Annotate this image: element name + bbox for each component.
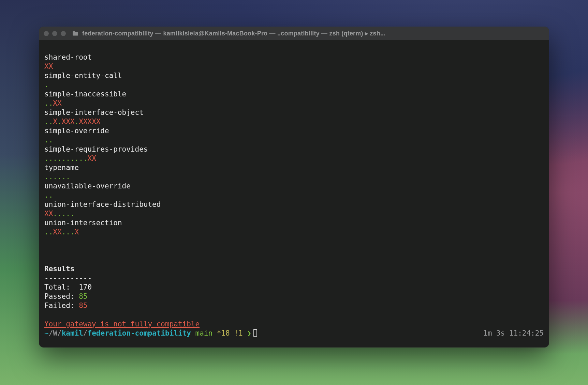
- test-marks: ..X.XXX.XXXXX: [44, 117, 544, 126]
- prompt-sep: /: [57, 329, 62, 337]
- test-mark: .: [53, 210, 57, 218]
- test-mark: X: [66, 118, 70, 126]
- terminal-output: shared-rootXXsimple-entity-call.simple-i…: [44, 44, 544, 343]
- passed-label: Passed:: [44, 292, 79, 301]
- terminal-body[interactable]: shared-rootXXsimple-entity-call.simple-i…: [39, 40, 549, 348]
- minimize-window-button[interactable]: [52, 31, 57, 36]
- folder-icon: [72, 31, 79, 36]
- test-name: simple-interface-object: [44, 108, 144, 117]
- test-mark: .: [70, 228, 75, 236]
- test-mark: X: [44, 62, 49, 71]
- test-mark: .: [57, 154, 62, 163]
- prompt-dir-kamil: kamil: [62, 329, 83, 337]
- test-mark: .: [75, 154, 79, 163]
- test-output: shared-rootXXsimple-entity-call.simple-i…: [44, 53, 544, 237]
- text-cursor[interactable]: [253, 329, 257, 337]
- test-mark: .: [49, 99, 53, 107]
- test-mark: .: [44, 118, 49, 126]
- test-marks: XX.....: [44, 209, 544, 218]
- prompt-time: 1m 3s 11:24:25: [483, 329, 544, 338]
- prompt-git-status: *18 !1: [217, 329, 247, 337]
- test-mark: .: [53, 154, 57, 163]
- test-mark: X: [44, 210, 49, 218]
- prompt-sep: /: [49, 329, 53, 337]
- test-block: simple-inaccessible..XX: [44, 90, 544, 108]
- test-mark: .: [66, 228, 70, 236]
- test-mark: .: [44, 154, 49, 163]
- close-window-button[interactable]: [44, 31, 49, 36]
- test-marks: ..XX: [44, 99, 544, 108]
- test-mark: .: [49, 228, 53, 236]
- test-mark: .: [57, 210, 62, 218]
- test-mark: .: [75, 118, 79, 126]
- test-name: union-interface-distributed: [44, 200, 161, 209]
- test-block: simple-entity-call.: [44, 71, 544, 90]
- shell-prompt[interactable]: ~/W/kamil/federation-compatibility main …: [44, 329, 257, 338]
- test-name: simple-entity-call: [44, 72, 122, 80]
- prompt-tilde: ~: [44, 329, 49, 337]
- test-mark: .: [53, 173, 57, 181]
- test-marks: .: [44, 80, 544, 90]
- test-mark: X: [92, 118, 96, 126]
- test-mark: X: [88, 154, 92, 163]
- test-mark: X: [75, 228, 79, 236]
- test-mark: .: [44, 173, 49, 181]
- test-marks: ..: [44, 136, 544, 145]
- results-passed: Passed: 85: [44, 292, 87, 301]
- window-titlebar[interactable]: federation-compatibility — kamilkisiela@…: [39, 27, 549, 40]
- total-label: Total:: [44, 283, 79, 291]
- test-block: simple-interface-object..X.XXX.XXXXX: [44, 108, 544, 126]
- test-block: simple-override..: [44, 126, 544, 145]
- terminal-window[interactable]: federation-compatibility — kamilkisiela@…: [39, 27, 549, 348]
- test-name: simple-requires-provides: [44, 145, 148, 153]
- test-marks: ..: [44, 191, 544, 200]
- test-marks: ..XX...X: [44, 228, 544, 237]
- total-value: 170: [79, 283, 92, 291]
- prompt-dir-repo: federation-compatibility: [88, 329, 191, 337]
- test-mark: .: [57, 173, 62, 181]
- test-mark: X: [62, 118, 66, 126]
- passed-value: 85: [79, 292, 87, 301]
- test-mark: .: [44, 99, 49, 107]
- test-marks: ......: [44, 172, 544, 182]
- test-mark: .: [70, 154, 75, 163]
- test-mark: .: [83, 154, 88, 163]
- traffic-lights[interactable]: [44, 31, 66, 36]
- test-block: shared-rootXX: [44, 53, 544, 71]
- test-name: simple-inaccessible: [44, 90, 126, 98]
- test-block: union-interface-distributedXX.....: [44, 200, 544, 218]
- failed-value: 85: [79, 302, 87, 310]
- test-mark: X: [53, 228, 57, 236]
- test-mark: X: [53, 99, 57, 107]
- test-mark: X: [70, 118, 75, 126]
- test-name: union-intersection: [44, 219, 122, 227]
- test-mark: X: [96, 118, 101, 126]
- test-mark: X: [53, 118, 57, 126]
- test-mark: X: [49, 210, 53, 218]
- results-failed: Failed: 85: [44, 302, 87, 310]
- test-mark: .: [66, 173, 70, 181]
- prompt-w: W: [53, 329, 57, 337]
- test-mark: X: [49, 62, 53, 71]
- test-marks: XX: [44, 62, 544, 71]
- test-mark: .: [49, 173, 53, 181]
- test-mark: .: [66, 210, 70, 218]
- test-name: simple-override: [44, 127, 109, 135]
- test-mark: .: [49, 191, 53, 199]
- prompt-row: ~/W/kamil/federation-compatibility main …: [44, 329, 544, 338]
- test-name: typename: [44, 164, 79, 172]
- test-mark: .: [66, 154, 70, 163]
- test-marks: ..........XX: [44, 154, 544, 163]
- test-mark: X: [57, 99, 62, 107]
- failed-label: Failed:: [44, 302, 79, 310]
- test-mark: .: [49, 154, 53, 163]
- test-mark: .: [62, 154, 66, 163]
- test-mark: .: [44, 81, 49, 89]
- test-mark: .: [44, 136, 49, 144]
- test-block: typename......: [44, 163, 544, 182]
- test-name: unavailable-override: [44, 182, 131, 190]
- zoom-window-button[interactable]: [61, 31, 66, 36]
- test-block: unavailable-override..: [44, 182, 544, 200]
- test-mark: .: [79, 154, 83, 163]
- test-mark: X: [57, 228, 62, 236]
